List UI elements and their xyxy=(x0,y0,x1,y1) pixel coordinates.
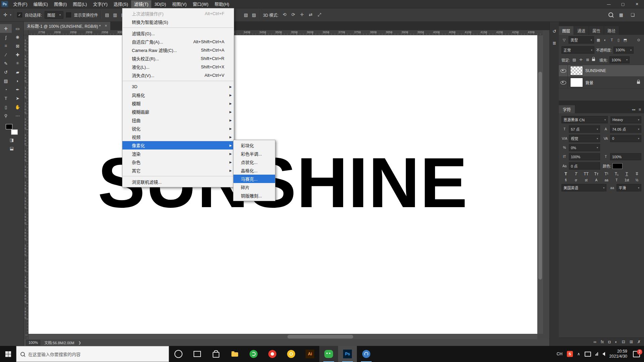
layer-row[interactable]: SUNSHINE xyxy=(559,65,644,77)
show-transform-checkbox[interactable] xyxy=(66,12,71,17)
align-icon[interactable]: ▥ xyxy=(112,12,118,17)
opentype-button[interactable]: ơ xyxy=(572,178,580,182)
submenu-item[interactable]: 彩色半调... xyxy=(233,149,275,158)
store-button[interactable] xyxy=(207,346,225,362)
eyedropper-tool[interactable]: ∕ xyxy=(0,50,12,59)
mode-3d-icon[interactable]: ⇄ xyxy=(307,12,314,17)
quick-mask-icon[interactable]: ◨ xyxy=(10,137,14,142)
submenu-item[interactable]: 晶格化... xyxy=(233,166,275,175)
sogou-input-icon[interactable]: S xyxy=(567,351,573,357)
properties-icon[interactable]: ≣ xyxy=(553,41,556,46)
tracking-dropdown[interactable]: 0 ▾ xyxy=(610,135,641,142)
background-color-swatch[interactable] xyxy=(11,129,18,135)
zoom-level-field[interactable]: 100% xyxy=(26,340,40,346)
photoshop-button[interactable]: Ps xyxy=(338,346,357,362)
gradient-tool[interactable]: ▨ xyxy=(0,76,12,85)
cortana-button[interactable] xyxy=(169,346,188,362)
tab-路径[interactable]: 路径 xyxy=(604,26,619,35)
proportional-spacing-dropdown[interactable]: 0% ▾ xyxy=(569,144,600,151)
menu-item[interactable]: 杂色▶ xyxy=(122,158,234,166)
menu-item[interactable]: 自适应广角(A)...Alt+Shift+Ctrl+A xyxy=(122,38,234,46)
menu-item[interactable]: 视频▶ xyxy=(122,133,234,141)
taskbar-clock[interactable]: 20:59 2021/4/30 xyxy=(609,349,627,359)
text-style-button[interactable]: T xyxy=(561,172,570,176)
browser-green-button[interactable] xyxy=(244,346,263,362)
mode-3d-icon[interactable]: ⤢ xyxy=(316,12,323,17)
visibility-toggle[interactable] xyxy=(559,65,568,76)
menubar-item[interactable]: 视图(V) xyxy=(169,0,190,8)
baseline-shift-field[interactable]: 0 点 xyxy=(569,162,600,170)
current-tool-icon[interactable]: ✛ xyxy=(3,12,7,17)
workspace-icon[interactable]: ▦ xyxy=(618,12,625,17)
pen-tool[interactable]: ✒ xyxy=(12,85,23,94)
eraser-tool[interactable]: ▰ xyxy=(12,68,23,76)
distribute-icon[interactable]: ▨ xyxy=(251,12,257,17)
illustrator-button[interactable]: Ai xyxy=(301,346,319,362)
workspace-icon[interactable]: ❏ xyxy=(629,12,636,17)
layer-filter-dropdown[interactable]: 类型 ▾ xyxy=(569,36,594,44)
file-explorer-button[interactable] xyxy=(225,346,244,362)
tab-close-icon[interactable]: × xyxy=(105,23,107,28)
submenu-item[interactable]: 碎片 xyxy=(233,183,275,191)
layer-filter-icon[interactable]: ⬒ xyxy=(623,38,628,42)
submenu-item[interactable]: 彩块化 xyxy=(233,141,275,149)
browser-yellow-button[interactable] xyxy=(282,346,301,362)
path-selection-tool[interactable]: ➤ xyxy=(12,94,23,103)
search-icon[interactable] xyxy=(608,12,613,17)
monitor-icon[interactable] xyxy=(585,352,591,357)
taskbar-search-box[interactable]: 在这里输入你要搜索的内容 xyxy=(16,346,169,362)
zoom-tool[interactable]: ⚲ xyxy=(0,111,12,120)
opentype-button[interactable]: T xyxy=(612,178,621,182)
layer-filter-icon[interactable]: T xyxy=(609,38,614,42)
menubar-item[interactable]: 帮助(H) xyxy=(211,0,232,8)
auto-select-checkbox[interactable]: ✓ xyxy=(17,12,22,17)
text-style-button[interactable]: T¹ xyxy=(602,172,611,176)
tab-通道[interactable]: 通道 xyxy=(574,26,589,35)
menu-item[interactable]: 镜头校正(R)...Shift+Ctrl+R xyxy=(122,54,234,63)
lock-icon[interactable]: ✛ xyxy=(578,58,584,62)
menubar-item[interactable]: 3D(D) xyxy=(151,0,169,8)
browser-red-button[interactable] xyxy=(263,346,282,362)
vertical-scrollbar-thumb[interactable] xyxy=(538,72,542,280)
menu-item[interactable]: 浏览联机滤镜... xyxy=(122,178,234,186)
kerning-dropdown[interactable]: 视觉 ▾ xyxy=(569,135,600,142)
shape-tool[interactable]: ▯ xyxy=(0,103,12,111)
lasso-tool[interactable]: ʃ xyxy=(0,33,12,42)
menu-item[interactable]: 锐化▶ xyxy=(122,124,234,133)
lock-icon[interactable]: ▨ xyxy=(572,58,577,62)
menu-item[interactable]: 扭曲▶ xyxy=(122,116,234,124)
leading-field[interactable]: 74.05 点 ▾ xyxy=(610,125,641,133)
opentype-button[interactable]: ½ xyxy=(633,178,641,182)
healing-brush-tool[interactable]: ✚ xyxy=(12,50,23,59)
start-button[interactable] xyxy=(0,346,16,362)
layer-filter-icon[interactable]: ▯ xyxy=(616,38,621,42)
history-icon[interactable]: ↺ xyxy=(553,29,556,34)
horizontal-scrollbar[interactable] xyxy=(28,334,537,340)
status-arrow-icon[interactable]: ❯ xyxy=(78,341,81,345)
document-tab[interactable]: 未标题-1 @ 100% (SUNSHINE, RGB/8) * × xyxy=(23,21,111,30)
menu-item[interactable]: 像素化▶ xyxy=(122,141,234,149)
blur-tool[interactable]: ◗ xyxy=(12,76,23,85)
menu-item[interactable]: 转换为智能滤镜(S) xyxy=(122,18,234,26)
text-style-button[interactable]: T xyxy=(623,172,631,176)
vertical-scale-field[interactable]: 100% xyxy=(569,153,600,160)
tab-图层[interactable]: 图层 xyxy=(559,26,574,35)
lock-icon[interactable]: ⊞ xyxy=(585,58,590,62)
lock-all-icon[interactable] xyxy=(592,59,595,61)
layer-filter-icon[interactable]: ▦ xyxy=(596,38,601,42)
language-dropdown[interactable]: 美国英语 ▾ xyxy=(561,184,606,191)
history-brush-tool[interactable]: ↺ xyxy=(0,68,12,76)
text-style-button[interactable]: T xyxy=(572,172,580,176)
auto-select-dropdown[interactable]: 图层 ▾ xyxy=(45,11,63,19)
submenu-item[interactable]: 马赛克... xyxy=(233,175,275,183)
menubar-item[interactable]: 图层(L) xyxy=(70,0,90,8)
network-icon[interactable] xyxy=(595,352,598,356)
filter-toggle-icon[interactable]: ⊙ xyxy=(636,38,641,42)
tool-preset-caret-icon[interactable]: ▾ xyxy=(10,13,11,16)
menu-item[interactable]: 3D▶ xyxy=(122,82,234,91)
menu-item[interactable]: 风格化▶ xyxy=(122,91,234,99)
layers-bottom-icon[interactable]: ∞ xyxy=(593,340,596,344)
type-tool[interactable]: T xyxy=(0,94,12,103)
menu-item[interactable]: 液化(L)...Shift+Ctrl+X xyxy=(122,63,234,71)
menu-item[interactable]: 渲染▶ xyxy=(122,149,234,158)
